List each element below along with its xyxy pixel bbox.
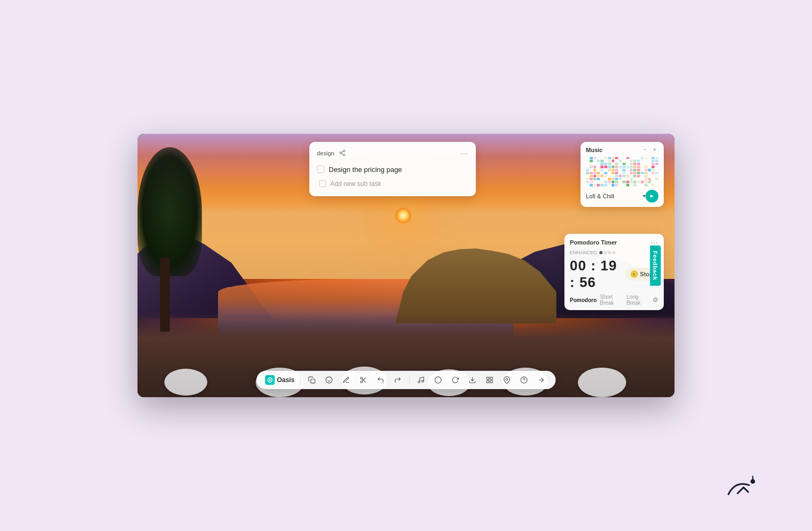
pen-icon[interactable]	[340, 374, 352, 386]
short-break-button[interactable]: Short Break	[600, 294, 624, 306]
rotate-icon[interactable]	[449, 374, 461, 386]
music-minimize-button[interactable]: −	[641, 146, 649, 154]
svg-rect-21	[490, 381, 492, 383]
music-header: Music − ×	[586, 146, 658, 154]
music-cell	[593, 163, 597, 166]
task-more-button[interactable]: ···	[460, 149, 468, 157]
task-item-label: Design the pricing page	[329, 166, 402, 174]
music-cell	[590, 160, 593, 162]
music-cell	[637, 157, 640, 160]
music-icon[interactable]	[415, 374, 426, 386]
music-cell	[586, 175, 589, 177]
music-cell	[630, 184, 633, 186]
arrow-right-icon[interactable]	[535, 374, 547, 386]
music-cell	[597, 160, 600, 162]
music-cell	[604, 163, 607, 166]
music-cell	[644, 160, 648, 162]
music-cell	[644, 163, 648, 166]
music-cell	[648, 172, 651, 175]
music-cell	[633, 172, 636, 175]
music-cell	[600, 157, 604, 160]
help-icon[interactable]	[518, 374, 530, 386]
music-cell	[615, 157, 618, 160]
toolbar: Oasis	[257, 371, 556, 389]
pomodoro-settings-button[interactable]: ⚙	[653, 296, 658, 304]
music-cell	[651, 160, 655, 162]
task-checkbox[interactable]	[317, 166, 324, 173]
music-cell	[626, 172, 629, 175]
music-cell	[600, 160, 604, 162]
music-cell	[597, 163, 600, 166]
music-widget: Music − × Lofi & Chill ▾ ▶	[581, 142, 664, 207]
music-cell	[622, 160, 626, 162]
stop-icon: ■	[630, 270, 638, 278]
music-cell	[641, 178, 644, 181]
music-track-name: Lofi & Chill	[586, 193, 643, 199]
music-cell	[586, 160, 589, 162]
music-cell	[644, 169, 648, 171]
music-cell	[651, 175, 655, 177]
music-close-button[interactable]: ×	[651, 146, 658, 154]
pin-icon[interactable]	[501, 374, 512, 386]
music-cell	[593, 184, 597, 186]
music-cell	[622, 172, 626, 175]
task-sub-checkbox[interactable]	[319, 180, 326, 187]
music-cell	[600, 178, 604, 181]
music-cell	[597, 157, 600, 160]
music-cell	[648, 184, 651, 186]
undo-icon[interactable]	[374, 374, 386, 386]
music-cell	[651, 178, 655, 181]
music-cell	[622, 166, 626, 168]
circle-icon[interactable]	[432, 374, 444, 386]
music-cell	[633, 178, 636, 181]
svg-rect-22	[487, 381, 489, 383]
task-item: Design the pricing page	[317, 163, 468, 176]
grid-icon[interactable]	[483, 374, 495, 386]
music-cell	[615, 178, 618, 181]
music-cell	[615, 169, 618, 171]
music-cell	[630, 178, 633, 181]
music-cell	[615, 181, 618, 183]
pomodoro-time-row: 00 : 19 : 56 ■ Stop	[570, 257, 658, 291]
music-play-button[interactable]: ▶	[646, 190, 658, 203]
redo-icon[interactable]	[392, 374, 403, 386]
long-break-button[interactable]: Long Break	[627, 294, 649, 306]
music-cell	[622, 169, 626, 171]
music-cell	[655, 157, 658, 160]
music-cell	[641, 175, 644, 177]
task-card-header: design ···	[317, 148, 468, 158]
toolbar-divider-2	[409, 375, 409, 385]
feedback-tab[interactable]: Feedback	[650, 246, 661, 286]
bottom-right-logo	[726, 475, 758, 504]
pomodoro-progress-label: ENHANCED	[570, 250, 597, 255]
svg-line-13	[364, 381, 366, 383]
pomodoro-mode-button[interactable]: Pomodoro	[570, 297, 597, 303]
scissors-icon[interactable]	[357, 374, 369, 386]
music-cell	[615, 172, 618, 175]
svg-point-17	[435, 377, 441, 383]
music-cell	[619, 157, 622, 160]
music-controls: − ×	[641, 146, 658, 154]
svg-line-4	[342, 152, 344, 153]
music-cell	[633, 166, 636, 168]
music-cell	[644, 157, 648, 160]
music-cell	[600, 172, 604, 175]
pomodoro-modes: Pomodoro Short Break Long Break ⚙	[570, 294, 658, 306]
music-cell	[586, 172, 589, 175]
music-cell	[633, 157, 636, 160]
music-cell	[615, 175, 618, 177]
toolbar-divider-1	[300, 375, 300, 385]
music-cell	[637, 175, 640, 177]
music-cell	[590, 181, 593, 183]
music-cell	[619, 160, 622, 162]
music-cell	[648, 181, 651, 183]
music-cell	[608, 157, 611, 160]
copy-icon[interactable]	[306, 374, 317, 386]
download-icon[interactable]	[466, 374, 478, 386]
task-share-icon[interactable]	[337, 148, 347, 158]
music-cell	[651, 181, 655, 183]
music-cell	[648, 178, 651, 181]
music-cell	[633, 184, 636, 186]
emoji-icon[interactable]	[323, 374, 335, 386]
svg-rect-20	[490, 377, 492, 379]
